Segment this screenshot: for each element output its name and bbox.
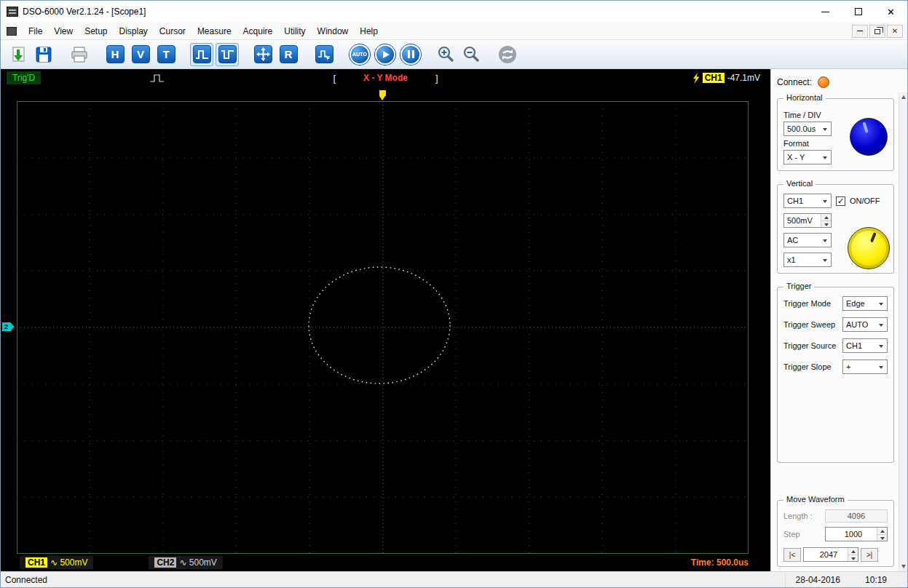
- horizontal-group: Horizontal Time / DIV 500.0us Format X -…: [777, 98, 894, 171]
- move-arrows-icon: [254, 45, 272, 63]
- menu-file[interactable]: File: [23, 24, 48, 39]
- status-date: 28-04-2016: [796, 575, 840, 585]
- import-icon: [9, 45, 28, 64]
- time-div-select[interactable]: 500.0us: [783, 122, 832, 136]
- trigger-position-marker[interactable]: [379, 90, 386, 96]
- coupling-value: AC: [787, 236, 798, 245]
- onoff-label: ON/OFF: [850, 196, 880, 205]
- connect-label: Connect:: [777, 77, 812, 87]
- auto-circle-icon: AUTO: [350, 44, 370, 65]
- step-spinner[interactable]: 1000: [825, 527, 888, 541]
- mdi-close-button[interactable]: ✕: [887, 25, 903, 38]
- spinner-buttons: [821, 214, 831, 227]
- vertical-group-title: Vertical: [783, 179, 816, 188]
- zoom-in-button[interactable]: [435, 43, 458, 66]
- go-last-button[interactable]: >|: [861, 548, 878, 562]
- chevron-down-icon: [879, 366, 883, 369]
- connection-status: Connected: [1, 575, 47, 585]
- auto-button[interactable]: AUTO: [348, 43, 371, 66]
- spin-down-icon[interactable]: [848, 555, 858, 562]
- trigger-cursor-button[interactable]: T: [154, 43, 178, 66]
- trigger-group: Trigger Trigger Mode Edge Trigger Sweep …: [777, 287, 894, 463]
- main-content: Trig'D [ X - Y Mode ] CH1 -47.1mV: [1, 69, 907, 571]
- panel-scrollbar[interactable]: [899, 92, 907, 571]
- play-icon: [375, 44, 395, 65]
- trigger-mode-select[interactable]: Edge: [842, 296, 888, 311]
- maximize-button[interactable]: [842, 1, 875, 23]
- horizontal-cursor-button[interactable]: H: [103, 43, 127, 66]
- menu-help[interactable]: Help: [354, 24, 384, 39]
- volts-div-spinner[interactable]: 500mV: [783, 213, 832, 228]
- trigger-source-label: Trigger Source: [783, 341, 836, 350]
- move-waveform-button[interactable]: [251, 43, 275, 66]
- document-icon: [7, 27, 17, 36]
- menu-utility[interactable]: Utility: [278, 24, 311, 39]
- scrollbar-down-icon: [901, 565, 906, 568]
- trigger-source-value: CH1: [846, 341, 862, 350]
- ch1-scale-value: ∿ 500mV: [50, 557, 87, 568]
- trigger-slope-label: Trigger Slope: [783, 362, 832, 371]
- vertical-cursor-button[interactable]: V: [129, 43, 152, 66]
- time-div-knob[interactable]: [850, 118, 888, 156]
- panel-spacer: [775, 466, 896, 494]
- print-button[interactable]: [68, 43, 91, 66]
- spin-down-icon[interactable]: [821, 220, 831, 228]
- go-first-button[interactable]: |<: [783, 548, 801, 562]
- save-button[interactable]: [32, 43, 55, 66]
- trigger-slope-select[interactable]: +: [842, 359, 888, 374]
- ch2-level-marker[interactable]: 2: [2, 322, 10, 331]
- menu-cursor[interactable]: Cursor: [154, 24, 192, 39]
- connect-row: Connect:: [775, 72, 896, 92]
- spin-up-icon[interactable]: [821, 214, 831, 220]
- record-button[interactable]: R: [277, 43, 300, 66]
- minimize-button[interactable]: [809, 1, 842, 23]
- chevron-down-icon: [879, 324, 883, 327]
- probe-select[interactable]: x1: [783, 253, 832, 267]
- toolbar: H V T R AUTO: [1, 40, 907, 69]
- mdi-minimize-button[interactable]: [852, 25, 868, 38]
- menu-window[interactable]: Window: [312, 24, 355, 39]
- menu-view[interactable]: View: [48, 24, 79, 39]
- chevron-down-icon: [823, 156, 827, 159]
- falling-edge-button[interactable]: [216, 43, 239, 66]
- onoff-checkbox[interactable]: [836, 196, 845, 206]
- refresh-button[interactable]: [496, 43, 519, 66]
- pause-bars: [408, 50, 414, 58]
- spin-down-icon[interactable]: [877, 534, 887, 541]
- pause-button[interactable]: [399, 43, 422, 66]
- ch2-readout[interactable]: CH2 ∿ 500mV: [149, 556, 222, 569]
- zoom-out-button[interactable]: [460, 43, 483, 66]
- rising-edge-icon: [193, 45, 211, 63]
- coupling-select[interactable]: AC: [783, 233, 832, 247]
- status-time: 10:19: [865, 575, 887, 585]
- scope-area: Trig'D [ X - Y Mode ] CH1 -47.1mV: [1, 69, 770, 571]
- menu-measure[interactable]: Measure: [192, 24, 237, 39]
- menu-setup[interactable]: Setup: [79, 24, 113, 39]
- format-select[interactable]: X - Y: [783, 150, 832, 164]
- window-title: DSO-6000 Ver2.1.24 - [Scope1]: [23, 7, 146, 17]
- trigger-sweep-select[interactable]: AUTO: [842, 317, 888, 332]
- maximize-icon: [855, 8, 862, 15]
- trigger-source-select[interactable]: CH1: [842, 338, 888, 353]
- chevron-down-icon: [823, 239, 827, 242]
- run-button[interactable]: [374, 43, 397, 66]
- rising-edge-button[interactable]: [190, 43, 213, 66]
- position-spinner[interactable]: 2047: [803, 547, 858, 562]
- channel-select[interactable]: CH1: [783, 194, 832, 208]
- position-value: 2047: [820, 550, 845, 559]
- mdi-restore-button[interactable]: [869, 25, 885, 38]
- menu-acquire[interactable]: Acquire: [237, 24, 279, 39]
- menu-display[interactable]: Display: [114, 24, 154, 39]
- horizontal-group-title: Horizontal: [783, 93, 826, 102]
- menu-bar: File View Setup Display Cursor Measure A…: [1, 23, 907, 40]
- waveform-cursor-button[interactable]: [312, 43, 336, 66]
- ch1-readout[interactable]: CH1 ∿ 500mV: [20, 556, 93, 569]
- volts-div-knob[interactable]: [848, 227, 890, 269]
- spin-up-icon[interactable]: [848, 548, 858, 555]
- close-button[interactable]: ✕: [875, 1, 907, 23]
- auto-label: AUTO: [352, 52, 368, 57]
- import-button[interactable]: [7, 43, 30, 66]
- spin-up-icon[interactable]: [877, 528, 887, 534]
- ch2-badge: CH2: [154, 557, 176, 568]
- save-icon: [35, 46, 52, 63]
